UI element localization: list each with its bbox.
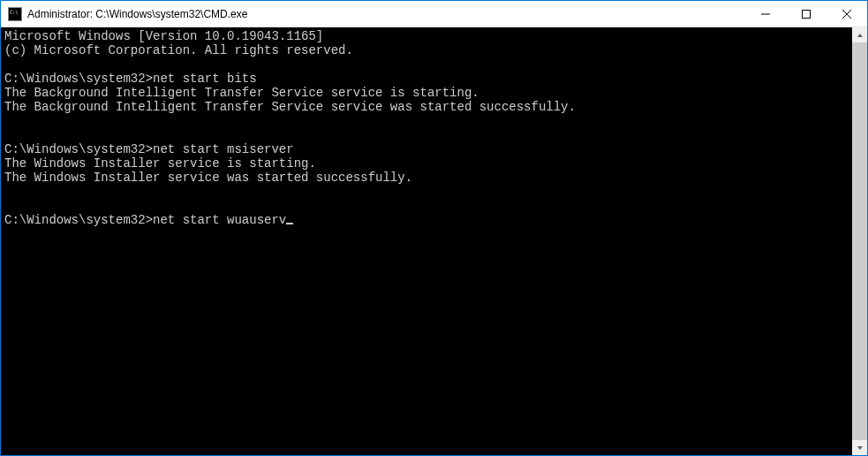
console-line: The Background Intelligent Transfer Serv…	[4, 100, 852, 114]
maximize-button[interactable]	[786, 1, 826, 27]
console-line: The Windows Installer service is startin…	[4, 156, 852, 171]
close-button[interactable]	[826, 1, 867, 27]
minimize-button[interactable]	[745, 1, 786, 27]
console-line	[4, 199, 852, 213]
text-cursor	[286, 223, 293, 224]
svg-marker-4	[857, 34, 863, 37]
console-output[interactable]: Microsoft Windows [Version 10.0.19043.11…	[1, 27, 852, 455]
scroll-down-button[interactable]	[852, 440, 867, 455]
console-line: Microsoft Windows [Version 10.0.19043.11…	[4, 29, 852, 43]
console-line	[4, 114, 852, 128]
console-line: C:\Windows\system32>net start bits	[4, 72, 852, 86]
console-line	[4, 185, 852, 199]
cmd-window: Administrator: C:\Windows\system32\CMD.e…	[1, 1, 867, 455]
scroll-up-button[interactable]	[852, 27, 867, 42]
console-line: C:\Windows\system32>net start msiserver	[4, 142, 852, 156]
client-area: Microsoft Windows [Version 10.0.19043.11…	[1, 27, 867, 455]
window-title: Administrator: C:\Windows\system32\CMD.e…	[27, 8, 247, 20]
console-line	[4, 57, 852, 72]
console-line: The Windows Installer service was starte…	[4, 171, 852, 185]
scroll-track[interactable]	[852, 42, 867, 440]
titlebar[interactable]: Administrator: C:\Windows\system32\CMD.e…	[1, 1, 867, 27]
cmd-icon	[8, 7, 22, 21]
vertical-scrollbar[interactable]	[852, 27, 867, 455]
window-controls	[745, 1, 867, 27]
svg-marker-5	[857, 446, 863, 450]
scroll-thumb[interactable]	[852, 42, 867, 440]
console-line: C:\Windows\system32>net start wuauserv	[4, 213, 852, 227]
console-line: The Background Intelligent Transfer Serv…	[4, 86, 852, 100]
svg-rect-1	[803, 10, 811, 18]
console-line	[4, 128, 852, 142]
console-line: (c) Microsoft Corporation. All rights re…	[4, 43, 852, 57]
